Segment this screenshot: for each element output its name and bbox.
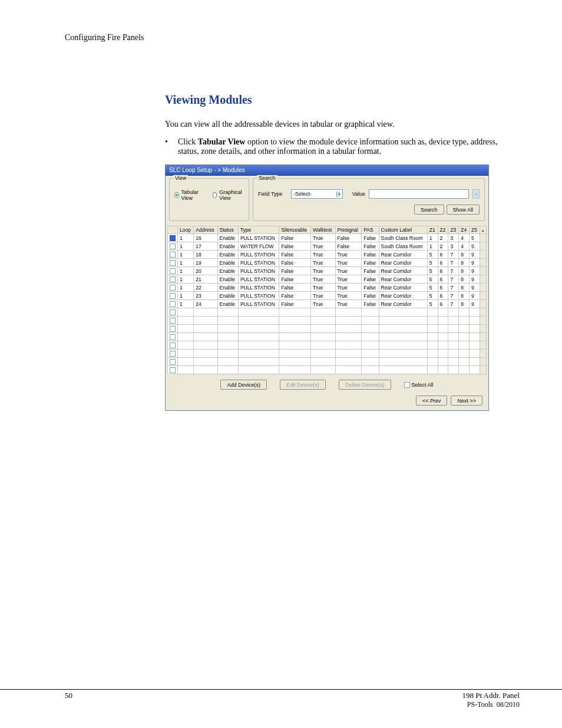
view-fieldset: View Tabular View Graphical View	[169, 178, 249, 221]
search-fieldset: Search Field Type -Select- ▾ Value ▾ Sea…	[253, 178, 485, 221]
row-checkbox[interactable]	[170, 334, 176, 340]
row-checkbox[interactable]	[170, 301, 176, 307]
page-footer: 50 198 Pt Addr. Panel PS-Tools 08/2010	[0, 689, 562, 709]
search-legend: Search	[257, 175, 277, 181]
table-row[interactable]: 123EnablePULL STATIONFalseTrueTrueFalseR…	[168, 292, 487, 300]
add-devices-button[interactable]: Add Device(s)	[220, 380, 267, 390]
footer-sub: PS-Tools 08/2010	[462, 700, 520, 709]
page-number: 50	[65, 691, 72, 709]
table-header[interactable]: Z3	[448, 226, 459, 234]
table-header[interactable]: Address	[194, 226, 217, 234]
running-header: Configuring Fire Panels	[65, 33, 520, 42]
next-button[interactable]: Next >>	[451, 396, 482, 406]
table-row	[168, 333, 487, 341]
table-header[interactable]: Custom Label	[379, 226, 427, 234]
modules-table: LoopAddressStatusTypeSilenceableWalktest…	[167, 226, 487, 374]
value-input[interactable]	[369, 189, 469, 199]
fieldtype-select[interactable]: -Select- ▾	[291, 189, 343, 199]
row-checkbox[interactable]	[170, 326, 176, 332]
table-header[interactable]: Presignal	[335, 226, 362, 234]
table-header[interactable]: Z4	[459, 226, 470, 234]
chevron-down-icon: ▾	[472, 189, 480, 199]
table-row	[168, 350, 487, 358]
row-checkbox[interactable]	[170, 367, 176, 373]
table-row[interactable]: 119EnablePULL STATIONFalseTrueTrueFalseR…	[168, 259, 487, 267]
table-row	[168, 317, 487, 325]
table-header[interactable]: Z5	[470, 226, 480, 234]
delete-devices-button[interactable]: Delete Device(s)	[339, 380, 391, 390]
row-checkbox[interactable]	[170, 342, 176, 348]
row-checkbox[interactable]	[170, 260, 176, 266]
edit-devices-button[interactable]: Edit Device(s)	[280, 380, 326, 390]
table-header[interactable]: Loop	[178, 226, 194, 234]
table-row[interactable]: 121EnablePULL STATIONFalseTrueTrueFalseR…	[168, 275, 487, 284]
table-row[interactable]: 120EnablePULL STATIONFalseTrueTrueFalseR…	[168, 267, 487, 275]
window-titlebar: SLC Loop Setup - > Modules	[166, 165, 488, 176]
table-row	[168, 308, 487, 317]
row-checkbox[interactable]	[170, 276, 176, 282]
fieldtype-label: Field Type	[258, 191, 287, 197]
table-row[interactable]: 124EnablePULL STATIONFalseTrueTrueFalseR…	[168, 300, 487, 308]
table-header[interactable]: Type	[238, 226, 279, 234]
row-checkbox[interactable]	[170, 309, 176, 315]
footer-product: 198 Pt Addr. Panel	[462, 691, 520, 700]
intro-text: You can view all the addressable devices…	[165, 120, 520, 129]
table-row	[168, 366, 487, 374]
table-row	[168, 341, 487, 350]
row-checkbox[interactable]	[170, 243, 176, 249]
row-checkbox[interactable]	[170, 351, 176, 357]
chevron-down-icon: ▾	[336, 192, 340, 197]
row-checkbox[interactable]	[170, 285, 176, 291]
table-header[interactable]	[168, 226, 178, 234]
bullet-text: Click Tabular View option to view the mo…	[178, 137, 520, 156]
bullet-bold: Tabular View	[198, 137, 246, 146]
selectall-checkbox[interactable]	[404, 382, 410, 388]
graphical-radio[interactable]	[213, 192, 217, 198]
table-header[interactable]: Z2	[438, 226, 448, 234]
view-legend: View	[173, 175, 188, 181]
table-row	[168, 325, 487, 333]
table-header[interactable]	[480, 226, 487, 234]
bullet-dot: •	[165, 137, 178, 147]
row-checkbox[interactable]	[170, 252, 176, 258]
row-checkbox[interactable]	[170, 293, 176, 299]
row-checkbox[interactable]	[170, 318, 176, 324]
bullet-prefix: Click	[178, 137, 198, 146]
graphical-view-label: Graphical View	[219, 189, 244, 201]
table-row[interactable]: 117EnableWATER FLOWFalseTrueFalseFalseSo…	[168, 242, 487, 251]
prev-button[interactable]: << Prev	[416, 396, 448, 406]
row-checkbox[interactable]	[170, 359, 176, 365]
row-checkbox[interactable]	[170, 235, 176, 241]
table-row[interactable]: 116EnablePULL STATIONFalseTrueFalseFalse…	[168, 234, 487, 242]
fieldtype-value: -Select-	[293, 191, 312, 197]
value-label: Value	[346, 191, 365, 197]
search-button[interactable]: Search	[414, 205, 444, 215]
section-title: Viewing Modules	[165, 93, 520, 107]
table-header[interactable]: Status	[217, 226, 238, 234]
tabular-view-label: Tabular View	[181, 189, 203, 201]
table-header[interactable]: PAS	[362, 226, 379, 234]
showall-button[interactable]: Show All	[447, 205, 480, 215]
modules-screenshot: SLC Loop Setup - > Modules View Tabular …	[165, 164, 489, 411]
table-row	[168, 358, 487, 366]
table-header[interactable]: Z1	[427, 226, 438, 234]
tabular-radio[interactable]	[174, 192, 179, 198]
table-row[interactable]: 122EnablePULL STATIONFalseTrueTrueFalseR…	[168, 284, 487, 292]
table-header[interactable]: Walktest	[311, 226, 335, 234]
table-row[interactable]: 118EnablePULL STATIONFalseTrueTrueFalseR…	[168, 251, 487, 259]
table-header[interactable]: Silenceable	[279, 226, 311, 234]
selectall-label: Select All	[412, 382, 434, 388]
row-checkbox[interactable]	[170, 268, 176, 274]
